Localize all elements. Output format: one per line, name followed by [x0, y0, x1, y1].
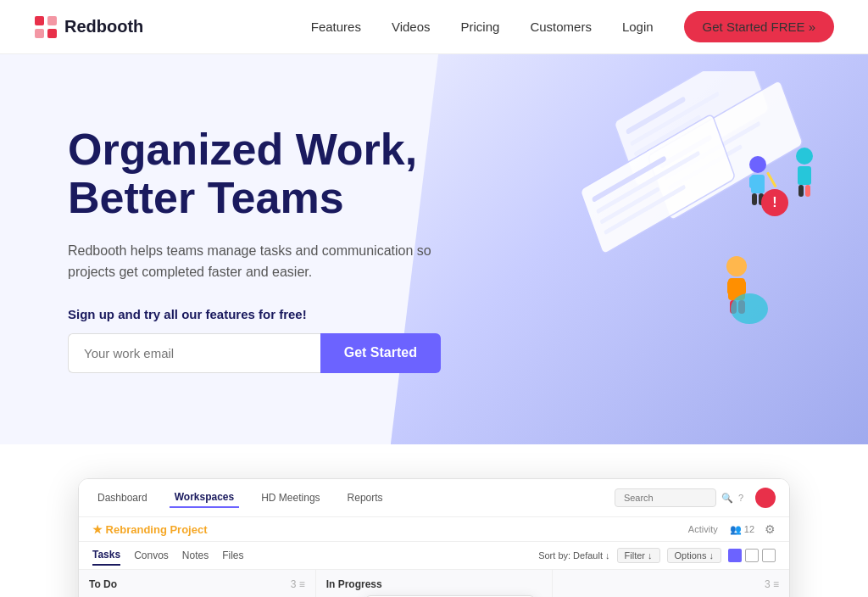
inprogress-column: In Progress + Add a Task Replace Existin…: [316, 570, 554, 597]
screenshot-section: Dashboard Workspaces HD Meetings Reports…: [0, 444, 868, 597]
done-header: 3 ≡: [563, 578, 779, 590]
inprogress-header: In Progress: [326, 578, 542, 590]
project-subbar: ★ Rebranding Project Activity 👥 12 ⚙: [79, 517, 789, 542]
search-icon: 🔍: [721, 493, 733, 504]
nav-pricing[interactable]: Pricing: [461, 20, 500, 34]
hero-content: Organized Work, Better Teams Redbooth he…: [0, 75, 509, 424]
logo[interactable]: Redbooth: [34, 15, 143, 39]
svg-rect-22: [752, 193, 757, 205]
view-toggle: [728, 549, 776, 562]
nav-login[interactable]: Login: [622, 20, 654, 34]
filter-button[interactable]: Filter ↓: [617, 548, 660, 563]
svg-rect-30: [805, 185, 810, 197]
navbar: Redbooth Features Videos Pricing Custome…: [0, 0, 868, 54]
todo-column: To Do 3 ≡ + Add a Task marketing Social …: [79, 570, 316, 597]
get-started-button[interactable]: Get Started: [320, 333, 441, 373]
svg-rect-21: [760, 176, 765, 188]
svg-point-31: [726, 256, 747, 276]
app-nav-workspaces[interactable]: Workspaces: [170, 488, 239, 508]
svg-rect-33: [727, 281, 733, 294]
svg-rect-28: [798, 166, 811, 185]
timeline-view-icon[interactable]: [762, 549, 776, 562]
logo-text: Redbooth: [64, 17, 143, 36]
activity-label: Activity: [688, 524, 718, 534]
nav-links: Features Videos Pricing Customers Login …: [311, 11, 834, 42]
tab-notes[interactable]: Notes: [182, 546, 209, 565]
svg-rect-2: [35, 29, 44, 38]
members-count: 👥 12: [730, 524, 754, 535]
settings-icon[interactable]: ⚙: [765, 522, 776, 536]
list-view-icon[interactable]: [745, 549, 759, 562]
project-name: ★ Rebranding Project: [92, 523, 208, 536]
svg-rect-0: [35, 16, 44, 25]
options-button[interactable]: Options ↓: [667, 548, 721, 563]
app-nav-hdmeetings[interactable]: HD Meetings: [256, 488, 325, 507]
task-columns: To Do 3 ≡ + Add a Task marketing Social …: [79, 570, 789, 597]
app-nav-reports[interactable]: Reports: [342, 488, 388, 507]
hero-illustration: !: [495, 71, 851, 427]
svg-rect-29: [798, 185, 804, 197]
todo-header: To Do 3 ≡: [89, 578, 305, 590]
svg-rect-34: [740, 281, 746, 294]
app-nav-dashboard[interactable]: Dashboard: [92, 488, 153, 507]
hero-signup-label: Sign up and try all our features for fre…: [68, 307, 458, 321]
svg-rect-3: [47, 29, 57, 38]
hero-section: ! Organized Work, Better Tea: [0, 54, 868, 444]
svg-text:!: !: [772, 195, 776, 209]
app-topbar: Dashboard Workspaces HD Meetings Reports…: [79, 479, 789, 517]
redbooth-logo-icon: [34, 15, 58, 39]
hero-form: Get Started: [68, 333, 441, 373]
svg-rect-24: [766, 172, 777, 188]
svg-point-27: [796, 148, 813, 165]
app-search-input[interactable]: [615, 488, 716, 507]
user-avatar[interactable]: [755, 488, 776, 508]
app-screenshot: Dashboard Workspaces HD Meetings Reports…: [78, 478, 790, 597]
sort-label[interactable]: Sort by: Default ↓: [538, 550, 609, 561]
nav-features[interactable]: Features: [311, 20, 361, 34]
help-icon: ?: [738, 493, 743, 503]
svg-point-37: [731, 293, 768, 324]
sort-filter-bar: Sort by: Default ↓ Filter ↓ Options ↓: [538, 548, 776, 563]
nav-videos[interactable]: Videos: [392, 20, 431, 34]
grid-view-icon[interactable]: [728, 549, 742, 562]
svg-rect-1: [47, 16, 57, 25]
nav-customers[interactable]: Customers: [530, 20, 592, 34]
hero-title: Organized Work, Better Teams: [68, 126, 458, 222]
done-column: 3 ≡ brand top-priority print HD Template…: [553, 570, 789, 597]
email-input[interactable]: [68, 333, 320, 373]
tab-convos[interactable]: Convos: [134, 546, 169, 565]
nav-cta-button[interactable]: Get Started FREE »: [684, 11, 834, 42]
app-tabs-bar: Tasks Convos Notes Files Sort by: Defaul…: [79, 542, 789, 570]
svg-rect-20: [749, 176, 754, 188]
hero-subtitle: Redbooth helps teams manage tasks and co…: [68, 240, 449, 283]
svg-point-18: [749, 156, 766, 173]
tab-files[interactable]: Files: [222, 546, 243, 565]
tab-tasks[interactable]: Tasks: [92, 545, 120, 566]
